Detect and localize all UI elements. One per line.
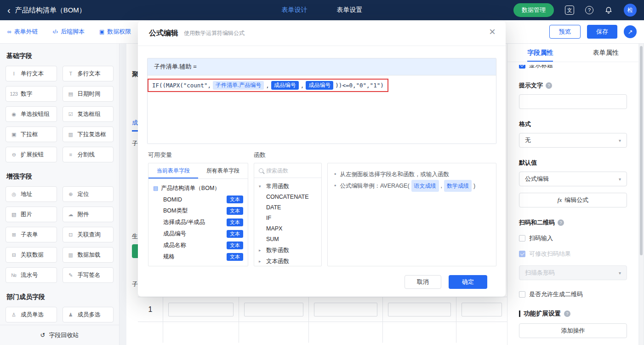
share-icon[interactable]: ↗ xyxy=(624,25,637,38)
topbar: ‹ 产品结构清单（BOM） 表单设计 表单设置 数据管理 文 ? 检 xyxy=(0,0,644,20)
search-input[interactable] xyxy=(266,167,317,174)
function-item[interactable]: SUM xyxy=(259,234,317,245)
cell-input[interactable] xyxy=(168,303,234,316)
palette-item[interactable]: T多行文本 xyxy=(63,66,114,81)
functions-label: 函数 xyxy=(254,151,266,159)
form-external-link-item[interactable]: ∞ 表单外链 xyxy=(7,28,38,36)
member-single-icon: ♙ xyxy=(10,312,18,318)
datetime-icon: ▤ xyxy=(67,91,75,97)
palette-item[interactable]: №流水号 xyxy=(6,267,57,283)
function-search xyxy=(254,163,321,178)
field-token: 子件清单.产品编号 xyxy=(213,81,264,90)
variable-row[interactable]: 成品名称文本 xyxy=(153,240,243,251)
formula-editor[interactable]: IF((MAPX("count", 子件清单.产品编号 , 成品编号 , 成品编… xyxy=(148,75,496,144)
question-badge-icon[interactable]: ? xyxy=(558,219,564,226)
scrollbar-thumb[interactable] xyxy=(640,46,643,255)
palette-item[interactable]: ⊞子表单 xyxy=(6,227,57,242)
palette-item[interactable]: ▥数据加载 xyxy=(63,247,114,263)
function-group-common[interactable]: ▾ 常用函数 xyxy=(259,181,317,192)
scrollbar-track xyxy=(639,44,643,345)
ext-settings-section-label: 功能扩展设置 ? xyxy=(519,310,627,318)
variable-row[interactable]: 选择成品/半成品文本 xyxy=(153,217,243,228)
variable-row[interactable]: BOM类型文本 xyxy=(153,205,243,217)
bell-icon[interactable] xyxy=(604,6,613,14)
back-icon[interactable]: ‹ xyxy=(7,6,11,15)
palette-item[interactable]: ▣下拉框 xyxy=(6,126,57,142)
function-group-text[interactable]: ▸ 文本函数 xyxy=(259,256,317,266)
bullet-icon: • xyxy=(334,169,336,180)
palette-item[interactable]: ▥下拉复选框 xyxy=(63,126,114,142)
palette-item[interactable]: ≡分割线 xyxy=(63,147,114,162)
palette-item[interactable]: ⊕定位 xyxy=(63,186,114,202)
table-row: 1 xyxy=(138,297,507,322)
variable-row[interactable]: 成品编号文本 xyxy=(153,228,243,240)
function-item[interactable]: MAPX xyxy=(259,224,317,234)
dialog-title: 公式编辑 xyxy=(149,29,178,38)
palette-item[interactable]: 123数字 xyxy=(6,86,57,102)
cell-input[interactable] xyxy=(462,303,502,316)
palette-item[interactable]: ◎地址 xyxy=(6,186,57,202)
cell-input[interactable] xyxy=(388,303,451,316)
enhanced-fields-grid: ◎地址 ⊕定位 ▧图片 ☁附件 ⊞子表单 ⊡关联查询 ⊟关联数据 ▥数据加载 №… xyxy=(6,186,114,283)
function-item[interactable]: DATE xyxy=(259,202,317,213)
tab-form-properties[interactable]: 表单属性 xyxy=(573,44,639,62)
variable-row[interactable]: 规格文本 xyxy=(153,251,243,263)
tab-form-settings[interactable]: 表单设置 xyxy=(337,6,363,14)
add-action-button[interactable]: 添加操作 xyxy=(519,323,627,338)
help-line-example: • 公式编辑举例：AVERAGE( 语文成绩 , 数学成绩 ) xyxy=(334,180,490,192)
scan-input-checkbox[interactable] xyxy=(519,235,525,242)
data-permission-item[interactable]: ▣ 数据权限 xyxy=(99,28,131,36)
scan-input-row: 扫码输入 xyxy=(519,234,627,242)
data-manage-button[interactable]: 数据管理 xyxy=(513,3,554,17)
palette-item[interactable]: ⊟关联数据 xyxy=(6,247,57,263)
palette-item[interactable]: ▧图片 xyxy=(6,207,57,222)
palette-item[interactable]: ☁附件 xyxy=(63,207,114,222)
canvas-fragment: 子 xyxy=(132,139,138,148)
palette-item[interactable]: ♟成员多选 xyxy=(63,307,114,322)
edit-formula-button[interactable]: fx 编辑公式 xyxy=(519,193,627,207)
show-title-checkbox[interactable] xyxy=(519,65,525,69)
function-group-math[interactable]: ▸ 数学函数 xyxy=(259,245,317,256)
field-recycle-bin[interactable]: ↺ 字段回收站 xyxy=(0,325,119,345)
palette-item[interactable]: ✎手写签名 xyxy=(63,267,114,283)
avatar[interactable]: 检 xyxy=(624,4,637,17)
cell-input[interactable] xyxy=(314,303,377,316)
function-item[interactable]: IF xyxy=(259,213,317,224)
backend-script-item[interactable]: ‹/› 后端脚本 xyxy=(53,28,85,36)
single-line-text-icon: I xyxy=(10,71,18,76)
palette-item[interactable]: ⊡关联查询 xyxy=(63,227,114,242)
dialog-body: 子件清单.辅助 = IF((MAPX("count", 子件清单.产品编号 , … xyxy=(138,46,506,297)
confirm-button[interactable]: 确定 xyxy=(449,275,487,289)
question-badge-icon[interactable]: ? xyxy=(564,310,570,317)
default-value-select[interactable]: 公式编辑 ▾ xyxy=(519,172,627,186)
function-item[interactable]: CONCATENATE xyxy=(259,192,317,202)
tab-field-properties[interactable]: 字段属性 xyxy=(507,44,573,62)
palette-item[interactable]: ▤日期时间 xyxy=(63,86,114,102)
save-button[interactable]: 保存 xyxy=(587,25,617,39)
chevron-right-icon: ▸ xyxy=(259,259,263,264)
translate-icon[interactable]: 文 xyxy=(565,6,574,15)
signature-icon: ✎ xyxy=(67,272,75,278)
preview-button[interactable]: 预览 xyxy=(549,25,581,39)
qr-allow-checkbox[interactable] xyxy=(519,291,525,298)
palette-item[interactable]: ⊖扩展按钮 xyxy=(6,147,57,162)
hint-text-input[interactable] xyxy=(519,94,627,109)
tab-form-design[interactable]: 表单设计 xyxy=(282,6,308,14)
palette-item[interactable]: ♙成员单选 xyxy=(6,307,57,322)
cell-input[interactable] xyxy=(244,303,303,316)
close-icon[interactable]: × xyxy=(489,26,496,37)
properties-tabs: 字段属性 表单属性 xyxy=(507,44,638,62)
format-select[interactable]: 无 ▾ xyxy=(519,133,627,148)
question-badge-icon[interactable]: ? xyxy=(546,82,552,89)
palette-item[interactable]: ☑复选框组 xyxy=(63,106,114,122)
palette-item[interactable]: ◉单选按钮组 xyxy=(6,106,57,122)
help-icon[interactable]: ? xyxy=(585,6,593,14)
panel-labels-row: 可用变量 函数 xyxy=(147,151,496,159)
functions-panel: ▾ 常用函数 CONCATENATE DATE IF MAPX SUM ▸ 数学… xyxy=(254,163,322,266)
tree-root[interactable]: ▤ 产品结构清单（BOM） xyxy=(153,183,243,194)
tab-current-form-fields[interactable]: 当前表单字段 xyxy=(148,163,198,178)
variable-row[interactable]: BOMID文本 xyxy=(153,194,243,205)
cancel-button[interactable]: 取消 xyxy=(405,275,441,289)
palette-item[interactable]: I单行文本 xyxy=(6,66,57,81)
tab-all-form-fields[interactable]: 所有表单字段 xyxy=(198,163,248,178)
